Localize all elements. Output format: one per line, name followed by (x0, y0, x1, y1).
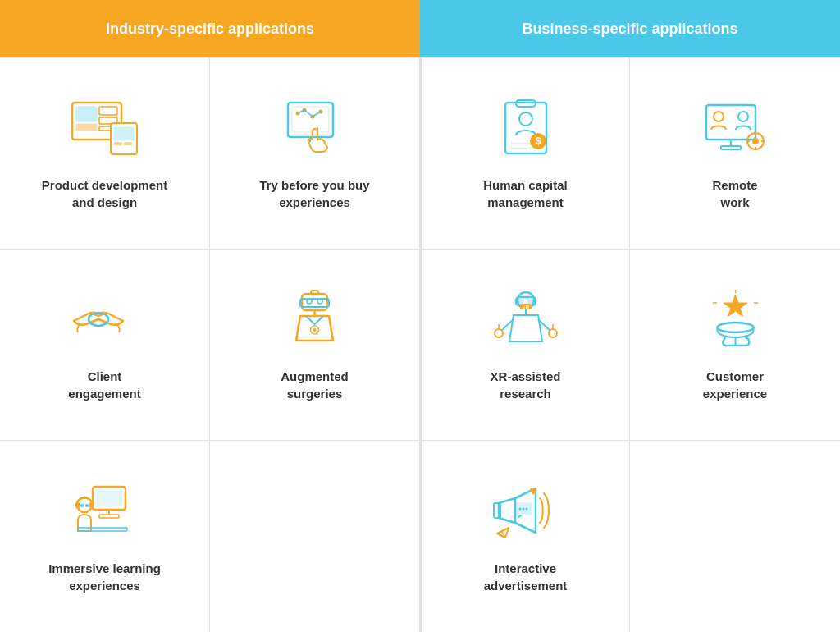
cell-label-immersive-learning: Immersive learningexperiences (48, 560, 161, 594)
header-right-title: Business-specific applications (522, 21, 737, 38)
client-engagement-icon (68, 287, 142, 353)
remote-work-icon (698, 96, 772, 162)
product-dev-icon (68, 96, 142, 162)
human-capital-icon: $ (489, 96, 563, 162)
cell-product-dev: Product developmentand design (0, 58, 210, 250)
customer-exp-icon (698, 287, 772, 353)
cell-try-before: Try before you buyexperiences (210, 58, 420, 250)
svg-rect-67 (99, 515, 119, 518)
svg-rect-38 (300, 299, 329, 307)
header-left: Industry-specific applications (0, 0, 420, 57)
svg-point-76 (519, 507, 522, 510)
svg-rect-9 (124, 142, 132, 145)
cell-label-interactive-ad: Interactiveadvertisement (484, 560, 568, 594)
cell-aug-surgeries: Augmentedsurgeries (210, 250, 420, 441)
svg-point-54 (495, 329, 503, 337)
xr-research-icon: VR (489, 287, 563, 353)
header-right: Business-specific applications (420, 0, 840, 57)
cell-remote-work: Remotework (630, 58, 840, 250)
svg-rect-3 (99, 107, 117, 115)
header-left-title: Industry-specific applications (106, 21, 314, 38)
svg-rect-27 (721, 146, 741, 149)
cell-label-try-before: Try before you buyexperiences (259, 176, 369, 211)
svg-point-28 (714, 112, 724, 121)
svg-point-71 (80, 504, 84, 507)
svg-point-20 (519, 112, 532, 126)
cell-empty-1 (210, 441, 420, 632)
svg-marker-58 (724, 295, 747, 317)
cell-client-engagement: Clientengagement (0, 250, 210, 441)
interactive-ad-icon (489, 479, 563, 545)
svg-rect-65 (96, 490, 122, 506)
svg-point-72 (85, 504, 89, 507)
svg-rect-73 (78, 528, 127, 531)
cell-label-client-engagement: Clientengagement (68, 368, 140, 402)
svg-rect-7 (114, 127, 134, 140)
cell-customer-exp: Customerexperience (630, 250, 840, 441)
svg-rect-1 (76, 107, 97, 121)
cell-label-product-dev: Product developmentand design (42, 176, 167, 211)
svg-point-43 (313, 328, 317, 332)
svg-rect-47 (518, 299, 524, 304)
cell-label-customer-exp: Customerexperience (703, 368, 767, 402)
cell-label-human-capital: Human capitalmanagement (483, 176, 568, 211)
svg-point-56 (549, 329, 557, 337)
cell-human-capital: $ Human capitalmanagement (420, 58, 630, 250)
svg-rect-2 (76, 124, 97, 131)
svg-rect-48 (527, 299, 534, 304)
svg-rect-25 (706, 105, 756, 140)
svg-point-31 (752, 138, 759, 144)
svg-rect-70 (89, 502, 94, 508)
cell-xr-research: VR XR-assistedresearch (420, 250, 630, 441)
cell-label-xr-research: XR-assistedresearch (491, 368, 561, 402)
svg-point-29 (738, 112, 748, 121)
svg-rect-11 (292, 107, 329, 131)
cell-immersive-learning-icon: Immersive learningexperiences (0, 441, 210, 632)
svg-rect-44 (311, 291, 318, 295)
svg-rect-69 (75, 502, 80, 508)
svg-point-77 (523, 507, 525, 510)
cell-label-aug-surgeries: Augmentedsurgeries (281, 368, 349, 402)
svg-text:$: $ (535, 135, 541, 147)
immersive-learning-icon (68, 479, 142, 545)
aug-surgeries-icon (278, 287, 352, 353)
header: Industry-specific applications Business-… (0, 0, 840, 57)
svg-point-59 (717, 323, 753, 332)
cell-label-remote-work: Remotework (712, 176, 757, 211)
cell-interactive-ad-icon: Interactiveadvertisement (420, 441, 630, 632)
cell-empty-2 (630, 441, 840, 632)
svg-rect-8 (114, 142, 122, 145)
grid-container: Product developmentand design (0, 57, 840, 632)
svg-point-78 (526, 507, 528, 510)
try-before-icon (278, 96, 352, 162)
